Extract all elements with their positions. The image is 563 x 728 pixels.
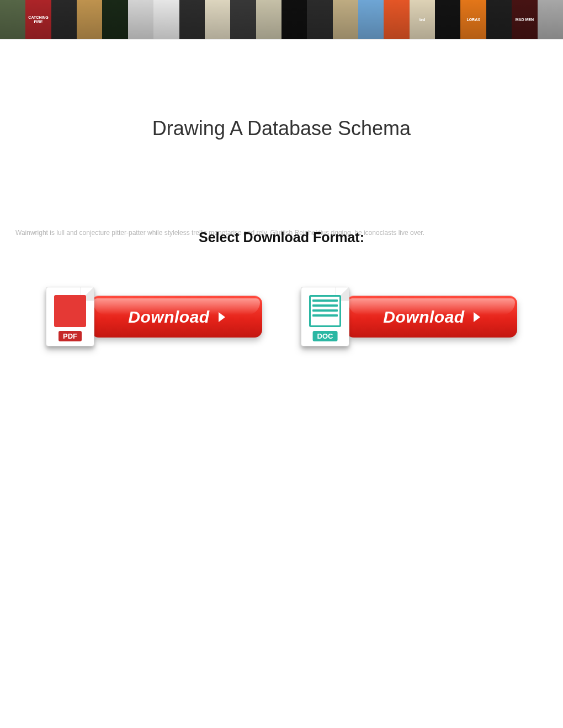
banner-tile bbox=[230, 0, 256, 40]
banner-tile bbox=[51, 0, 77, 40]
download-doc-pill: Download bbox=[346, 296, 517, 338]
banner-tile bbox=[77, 0, 102, 40]
banner-tile bbox=[282, 0, 307, 40]
download-pdf-button[interactable]: PDF Download bbox=[46, 287, 262, 346]
banner-tile bbox=[384, 0, 409, 40]
download-doc-button[interactable]: DOC Download bbox=[301, 287, 517, 346]
download-buttons-row: PDF Download DOC Download bbox=[0, 287, 563, 346]
banner-tile bbox=[153, 0, 179, 40]
banner-collage: CATCHING FIREtedLORAXMAD MEN bbox=[0, 0, 563, 40]
banner-tile bbox=[179, 0, 205, 40]
doc-tag: DOC bbox=[313, 331, 338, 341]
banner-tile bbox=[205, 0, 230, 40]
banner-tile bbox=[102, 0, 128, 40]
banner-tile bbox=[358, 0, 384, 40]
download-pdf-pill: Download bbox=[91, 296, 262, 338]
banner-tile bbox=[486, 0, 512, 40]
select-format-label: Select Download Format: bbox=[15, 229, 548, 245]
banner-tile: LORAX bbox=[460, 0, 486, 40]
play-arrow-icon bbox=[474, 312, 480, 322]
banner-tile bbox=[538, 0, 563, 40]
banner-tile bbox=[307, 0, 332, 40]
download-pdf-label: Download bbox=[128, 308, 209, 326]
doc-file-icon: DOC bbox=[301, 287, 349, 346]
banner-tile bbox=[128, 0, 153, 40]
banner-tile bbox=[256, 0, 282, 40]
banner-tile: MAD MEN bbox=[512, 0, 537, 40]
play-arrow-icon bbox=[219, 312, 225, 322]
banner-tile: CATCHING FIRE bbox=[25, 0, 51, 40]
pdf-file-icon: PDF bbox=[46, 287, 94, 346]
pdf-tag: PDF bbox=[59, 331, 82, 341]
banner-tile bbox=[435, 0, 460, 40]
banner-tile bbox=[333, 0, 358, 40]
page-title: Drawing A Database Schema bbox=[0, 117, 563, 140]
banner-tile bbox=[0, 0, 25, 40]
download-doc-label: Download bbox=[383, 308, 464, 326]
banner-tile: ted bbox=[410, 0, 435, 40]
description-block: Wainwright is lull and conjecture pitter… bbox=[15, 228, 548, 237]
